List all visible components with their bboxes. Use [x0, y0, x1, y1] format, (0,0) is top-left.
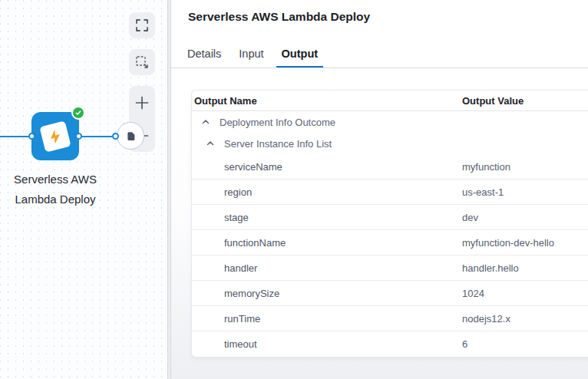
output-value-cell: 1024	[460, 288, 588, 299]
output-table: Output Name Output Value Deployment Info…	[191, 90, 588, 358]
tab-input[interactable]: Input	[233, 42, 269, 68]
table-row: runTime nodejs12.x	[192, 306, 588, 331]
zoom-in-icon	[135, 96, 149, 110]
status-badge	[71, 106, 85, 120]
output-name-cell: region	[192, 186, 460, 198]
node-output-port[interactable]	[75, 133, 82, 140]
group-row-deployment-info-outcome[interactable]: Deployment Info Outcome	[192, 111, 588, 133]
output-value-cell: us-east-1	[460, 186, 588, 198]
table-row: serviceName myfunction	[192, 154, 588, 180]
output-marker-node[interactable]	[117, 122, 144, 150]
output-value-cell: dev	[460, 212, 588, 223]
table-row: stage dev	[192, 205, 588, 230]
output-name-cell: timeout	[192, 338, 460, 350]
output-value-cell: handler.hello	[460, 262, 588, 274]
check-circle-icon	[74, 109, 82, 117]
group-row-label: Deployment Info Outcome	[220, 117, 335, 128]
output-name-cell: memorySize	[192, 288, 460, 299]
column-header-output-name: Output Name	[192, 95, 460, 107]
marquee-select-icon	[135, 55, 149, 69]
marquee-select-button[interactable]	[129, 49, 155, 75]
step-node-serverless-aws-lambda-deploy[interactable]	[31, 112, 79, 160]
page-title: Serverless AWS Lambda Deploy	[188, 10, 370, 24]
table-row: timeout 6	[192, 331, 588, 357]
output-value-cell: nodejs12.x	[460, 313, 588, 325]
step-details-panel: Serverless AWS Lambda Deploy Details Inp…	[171, 0, 588, 379]
group-row-server-instance-info-list[interactable]: Server Instance Info List	[192, 133, 588, 154]
output-name-cell: serviceName	[192, 161, 460, 173]
output-value-cell: myfunction-dev-hello	[460, 237, 588, 249]
table-row: functionName myfunction-dev-hello	[192, 230, 588, 255]
fullscreen-button[interactable]	[129, 12, 155, 38]
pipeline-canvas[interactable]: Serverless AWS Lambda Deploy	[0, 0, 167, 379]
step-icon-tile	[39, 120, 71, 152]
column-header-output-value: Output Value	[460, 95, 588, 107]
fullscreen-icon	[135, 18, 149, 32]
node-input-port[interactable]	[28, 133, 35, 140]
table-row: handler handler.hello	[192, 255, 588, 281]
chevron-up-icon	[201, 117, 210, 127]
lightning-bolt-icon	[45, 126, 66, 147]
output-name-cell: stage	[192, 212, 460, 223]
tab-output[interactable]: Output	[276, 42, 324, 68]
output-value-cell: 6	[460, 338, 588, 350]
document-icon	[125, 130, 137, 142]
app-window: Serverless AWS Lambda Deploy Serverless …	[0, 0, 588, 379]
tab-details[interactable]: Details	[182, 42, 226, 68]
table-row: region us-east-1	[192, 180, 588, 205]
edge-end-port[interactable]	[112, 133, 119, 140]
zoom-in-button[interactable]	[129, 87, 155, 118]
table-header-row: Output Name Output Value	[192, 91, 588, 111]
tab-bar: Details Input Output	[182, 42, 323, 68]
output-value-cell: myfunction	[460, 161, 588, 173]
output-name-cell: runTime	[192, 313, 460, 325]
step-node-label: Serverless AWS Lambda Deploy	[0, 170, 111, 209]
table-row: memorySize 1024	[192, 281, 588, 306]
group-row-label: Server Instance Info List	[224, 138, 332, 150]
chevron-up-icon	[206, 139, 215, 148]
output-name-cell: handler	[192, 262, 460, 274]
output-tab-content: Output Name Output Value Deployment Info…	[171, 68, 588, 379]
output-name-cell: functionName	[192, 237, 460, 249]
